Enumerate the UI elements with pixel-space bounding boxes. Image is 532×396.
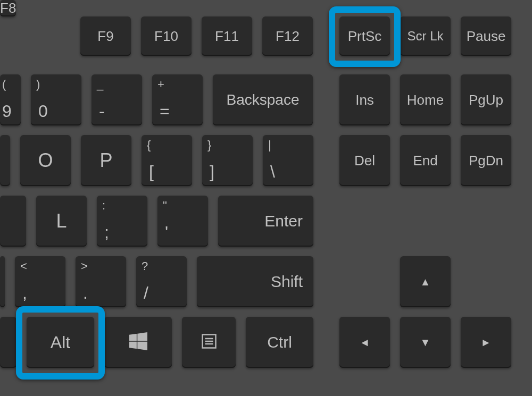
key-alt[interactable]: Alt — [27, 317, 94, 368]
key-menu[interactable] — [182, 317, 236, 368]
key-label: Backspace — [227, 91, 300, 108]
key-backspace[interactable]: Backspace — [213, 74, 313, 125]
key-lower: . — [83, 283, 88, 303]
key-label: P — [99, 149, 112, 172]
arrow-up-icon: ▲ — [420, 276, 431, 288]
key-slash[interactable]: ? / — [136, 256, 187, 307]
key-rbracket[interactable]: } ] — [202, 135, 253, 186]
key-f8[interactable]: F8 — [0, 0, 16, 16]
key-end[interactable]: End — [400, 135, 451, 186]
key-f10[interactable]: F10 — [141, 16, 192, 56]
key-label: L — [56, 210, 66, 232]
key-ins[interactable]: Ins — [339, 74, 390, 125]
key-l[interactable]: L — [36, 196, 87, 247]
key-label: Pause — [467, 28, 506, 45]
key-lower: \ — [270, 162, 275, 182]
key-quote[interactable]: " ' — [157, 196, 208, 247]
key-o[interactable]: O — [20, 135, 71, 186]
key-label: Shift — [271, 273, 303, 291]
key-lower: ] — [210, 162, 214, 182]
key-label: F12 — [276, 28, 300, 45]
key-f11[interactable]: F11 — [202, 16, 252, 56]
key-lower: - — [99, 102, 105, 121]
key-win[interactable] — [104, 317, 172, 368]
key-lower: [ — [149, 162, 154, 182]
key-label: Ins — [355, 92, 374, 108]
key-label: End — [413, 153, 437, 169]
key-label: F9 — [97, 28, 113, 45]
key-k-partial[interactable] — [0, 196, 26, 247]
key-upper: _ — [97, 78, 103, 91]
key-equals[interactable]: + = — [152, 74, 203, 125]
key-f9[interactable]: F9 — [80, 16, 131, 56]
windows-icon — [129, 332, 147, 352]
key-lower: = — [160, 102, 170, 121]
key-label: Enter — [264, 212, 303, 230]
key-label: PgDn — [469, 153, 503, 169]
key-upper: + — [157, 78, 164, 91]
key-upper: ( — [2, 78, 6, 91]
key-semicolon[interactable]: : ; — [97, 196, 147, 247]
key-f12[interactable]: F12 — [262, 16, 313, 56]
key-down[interactable]: ▼ — [400, 317, 451, 368]
key-space-partial[interactable] — [0, 317, 16, 368]
key-up[interactable]: ▲ — [400, 256, 451, 307]
key-label: Del — [354, 153, 375, 169]
key-label: F11 — [215, 28, 239, 45]
key-upper: | — [268, 138, 271, 152]
key-left[interactable]: ◄ — [339, 317, 390, 368]
menu-icon — [201, 333, 217, 351]
arrow-down-icon: ▼ — [420, 336, 431, 349]
key-enter[interactable]: Enter — [218, 196, 313, 247]
key-lower: ; — [104, 223, 109, 242]
key-label: PrtSc — [348, 28, 382, 45]
key-label: Scr Lk — [407, 29, 443, 44]
key-upper: < — [20, 259, 27, 273]
key-prtsc[interactable]: PrtSc — [339, 16, 390, 56]
key-upper: : — [102, 199, 105, 213]
key-upper: ) — [36, 78, 40, 91]
key-scrlk[interactable]: Scr Lk — [400, 16, 451, 56]
key-right[interactable]: ► — [461, 317, 511, 368]
key-minus[interactable]: _ - — [92, 74, 142, 125]
key-label: Home — [407, 92, 444, 108]
key-p[interactable]: P — [81, 135, 131, 186]
key-label: Ctrl — [267, 333, 292, 351]
key-upper: " — [163, 199, 167, 213]
key-period[interactable]: > . — [76, 256, 126, 307]
key-home[interactable]: Home — [400, 74, 451, 125]
key-lower: / — [144, 283, 148, 303]
key-i-partial[interactable] — [0, 135, 10, 186]
key-label: F10 — [154, 28, 178, 45]
key-pgdn[interactable]: PgDn — [461, 135, 511, 186]
arrow-left-icon: ◄ — [360, 336, 370, 349]
key-pgup[interactable]: PgUp — [461, 74, 511, 125]
key-shift[interactable]: Shift — [197, 256, 313, 307]
key-upper: ? — [142, 259, 148, 273]
key-upper: } — [207, 138, 211, 152]
key-label: PgUp — [469, 92, 503, 108]
key-pause[interactable]: Pause — [461, 16, 511, 56]
key-lower: 0 — [38, 102, 48, 121]
key-comma[interactable]: < , — [15, 256, 65, 307]
key-label: Alt — [51, 333, 70, 352]
key-lower: 9 — [2, 102, 12, 121]
arrow-right-icon: ► — [481, 336, 492, 349]
key-del[interactable]: Del — [339, 135, 390, 186]
key-m-partial[interactable] — [0, 256, 5, 307]
key-label: F8 — [0, 0, 16, 16]
key-ctrl[interactable]: Ctrl — [246, 317, 313, 368]
key-upper: > — [81, 259, 88, 273]
key-backslash[interactable]: | \ — [263, 135, 313, 186]
key-lower: ' — [165, 223, 168, 242]
key-lower: , — [22, 283, 27, 303]
key-upper: { — [147, 138, 151, 152]
key-lbracket[interactable]: { [ — [142, 135, 192, 186]
key-9[interactable]: ( 9 — [0, 74, 21, 125]
key-0[interactable]: ) 0 — [31, 74, 81, 125]
key-label: O — [38, 149, 53, 172]
